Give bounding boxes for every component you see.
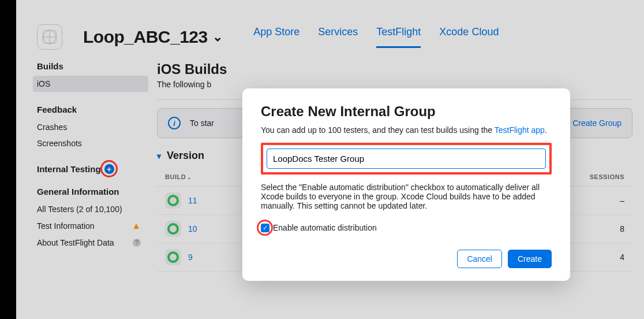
- auto-distribution-row: ✓ Enable automatic distribution: [261, 223, 552, 232]
- checkbox-label: Enable automatic distribution: [273, 223, 377, 232]
- modal-buttons: Cancel Create: [261, 250, 552, 268]
- cancel-button[interactable]: Cancel: [457, 250, 502, 268]
- modal-note: Select the "Enable automatic distributio…: [261, 183, 552, 210]
- group-name-input[interactable]: [267, 149, 546, 169]
- modal-description: You can add up to 100 testers, and they …: [261, 125, 552, 135]
- modal-title: Create New Internal Group: [261, 103, 552, 120]
- highlight-circle: [257, 220, 273, 236]
- testflight-app-link[interactable]: TestFlight app: [495, 125, 545, 135]
- create-internal-group-modal: Create New Internal Group You can add up…: [242, 88, 570, 281]
- create-button[interactable]: Create: [508, 250, 552, 268]
- input-highlight: [261, 143, 552, 175]
